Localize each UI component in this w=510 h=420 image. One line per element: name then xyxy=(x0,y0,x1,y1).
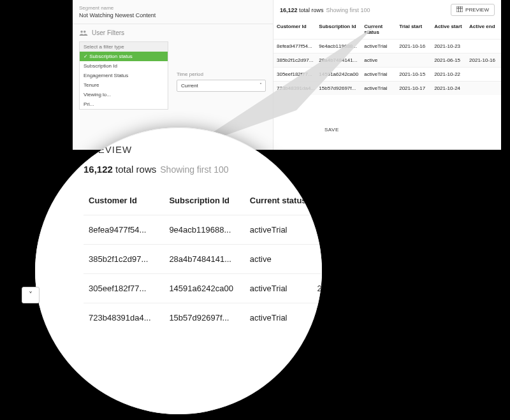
table-row: 305eef182f77...14591a6242ca00activeTrial… xyxy=(273,68,501,82)
table-row: 385b2f1c2d97...28a4b7484141...active20 xyxy=(84,245,322,274)
magnifier-lens: PREVIEW 16,122 total rowsShowing first 1… xyxy=(35,127,322,414)
filter-option-engagement-status[interactable]: Engagement Status xyxy=(80,71,168,80)
segment-name-label: Segment name xyxy=(79,5,266,11)
table-row: 8efea9477f54...9e4acb119688...activeTria… xyxy=(84,215,322,245)
table-row: 305eef182f77...14591a6242ca00activeTrial… xyxy=(84,274,322,303)
time-period-label: Time period xyxy=(177,71,266,77)
col-subscription-id: Subscription Id xyxy=(164,186,244,215)
col-customer-id: Customer Id xyxy=(273,20,316,40)
table-row: 8efea9477f54...9e4acb119688...activeTria… xyxy=(273,40,501,54)
filter-type-dropdown[interactable]: Select a filter type Subscription status… xyxy=(79,41,168,110)
filter-option-tenure[interactable]: Tenure xyxy=(80,80,168,90)
svg-rect-2 xyxy=(456,6,463,12)
total-rows-text: 16,122 total rowsShowing first 100 xyxy=(280,7,370,13)
col-active-end: Active end xyxy=(466,20,501,40)
col-current-status: Current status xyxy=(361,20,396,40)
right-pane: 16,122 total rowsShowing first 100 PREVI… xyxy=(273,0,501,150)
col-customer-id: Customer Id xyxy=(84,186,164,215)
col-current-status: Current status xyxy=(245,186,312,215)
svg-point-1 xyxy=(84,30,86,33)
svg-point-0 xyxy=(80,30,82,33)
filter-option-subscription-id[interactable]: Subscription Id xyxy=(80,61,168,71)
filter-option-viewing[interactable]: Viewing lo... xyxy=(80,90,168,99)
app-window: Segment name Not Watching Newest Content… xyxy=(73,0,501,150)
preview-table-small: Customer Id Subscription Id Current stat… xyxy=(273,20,501,95)
user-filters-heading: User Filters xyxy=(79,29,266,36)
preview-table-zoom: Customer Id Subscription Id Current stat… xyxy=(84,186,322,332)
col-trial-start: Trial start xyxy=(312,186,322,215)
col-active-start: Active start xyxy=(431,20,466,40)
chevron-down-icon[interactable]: ˅ xyxy=(22,287,40,303)
preview-button[interactable]: PREVIEW xyxy=(451,4,495,16)
total-rows-zoom: 16,122 total rowsShowing first 100 xyxy=(84,164,322,175)
table-icon xyxy=(456,6,463,13)
filter-option-subscription-status[interactable]: Subscription status xyxy=(80,52,168,61)
save-button[interactable]: SAVE xyxy=(324,127,339,133)
filter-option-extra[interactable]: Pri... xyxy=(80,99,168,109)
table-row: 723b48391da4...15b57d92697f...activeTria… xyxy=(273,82,501,96)
time-period-select[interactable]: Current xyxy=(177,80,266,92)
people-icon xyxy=(79,30,88,36)
col-subscription-id: Subscription Id xyxy=(316,20,361,40)
table-row: 723b48391da4...15b57d92697f...activeTria… xyxy=(84,303,322,333)
col-trial-start: Trial start xyxy=(396,20,431,40)
table-row: 385b2f1c2d97...28a4b7484141...active2021… xyxy=(273,54,501,68)
segment-name-value: Not Watching Newest Content xyxy=(79,12,266,18)
filter-type-placeholder: Select a filter type xyxy=(80,42,168,52)
